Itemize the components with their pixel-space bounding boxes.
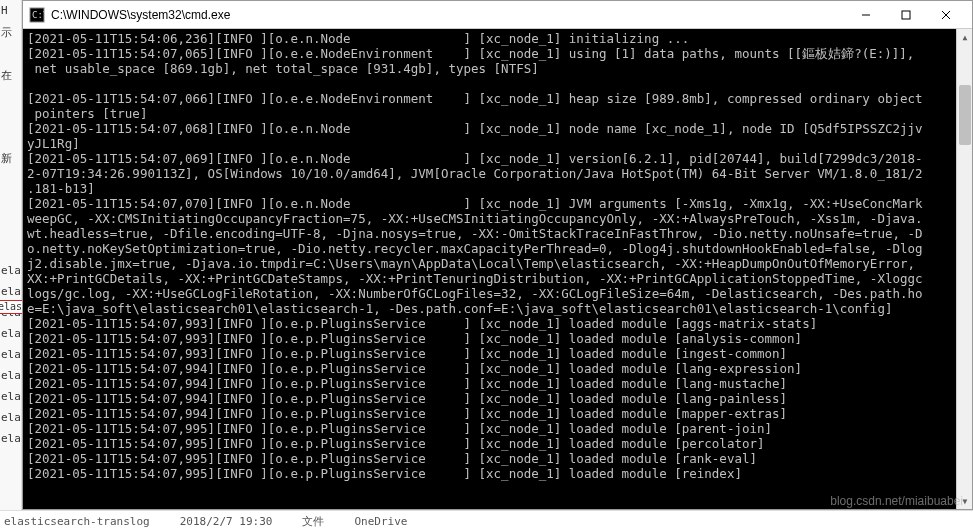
gutter-label: 新 <box>0 147 21 170</box>
cmd-window: C:\ C:\WINDOWS\system32\cmd.exe [2021-05… <box>22 0 973 510</box>
gutter-label: 在 <box>0 64 21 87</box>
scrollbar[interactable]: ▲ ▼ <box>956 29 972 509</box>
watermark: blog.csdn.net/miaibuabei <box>830 494 963 508</box>
explorer-row: elasticsearch-translog 2018/2/7 19:30 文件… <box>0 510 973 532</box>
gutter-label: elas <box>0 365 21 386</box>
file-type: 文件 <box>302 514 324 529</box>
file-date: 2018/2/7 19:30 <box>180 515 273 528</box>
window-title: C:\WINDOWS\system32\cmd.exe <box>51 8 846 22</box>
file-name[interactable]: elasticsearch-translog <box>4 515 150 528</box>
gutter-label: elas <box>0 344 21 365</box>
gutter-label: elas <box>0 386 21 407</box>
terminal-output[interactable]: [2021-05-11T15:54:06,236][INFO ][o.e.n.N… <box>23 29 972 509</box>
titlebar[interactable]: C:\ C:\WINDOWS\system32\cmd.exe <box>23 1 972 29</box>
gutter-label: H <box>0 0 21 21</box>
gutter-label: 示 <box>0 21 21 44</box>
minimize-button[interactable] <box>846 2 886 28</box>
maximize-button[interactable] <box>886 2 926 28</box>
editor-gutter: H 示 在 新 elas elas elas elas elas elas el… <box>0 0 22 532</box>
scroll-up-arrow-icon[interactable]: ▲ <box>957 29 973 45</box>
scroll-track[interactable] <box>957 45 972 493</box>
highlighted-label: elas <box>0 300 24 314</box>
gutter-label: elas <box>0 323 21 344</box>
gutter-label: elas <box>0 260 21 281</box>
gutter-label: elas <box>0 281 21 302</box>
gutter-label: elas <box>0 407 21 428</box>
gutter-label: elas <box>0 428 21 449</box>
svg-rect-3 <box>902 11 910 19</box>
scroll-thumb[interactable] <box>959 85 971 145</box>
cmd-icon: C:\ <box>29 7 45 23</box>
window-controls <box>846 2 966 28</box>
svg-text:C:\: C:\ <box>32 10 45 20</box>
close-button[interactable] <box>926 2 966 28</box>
onedrive-label: OneDrive <box>354 515 407 528</box>
